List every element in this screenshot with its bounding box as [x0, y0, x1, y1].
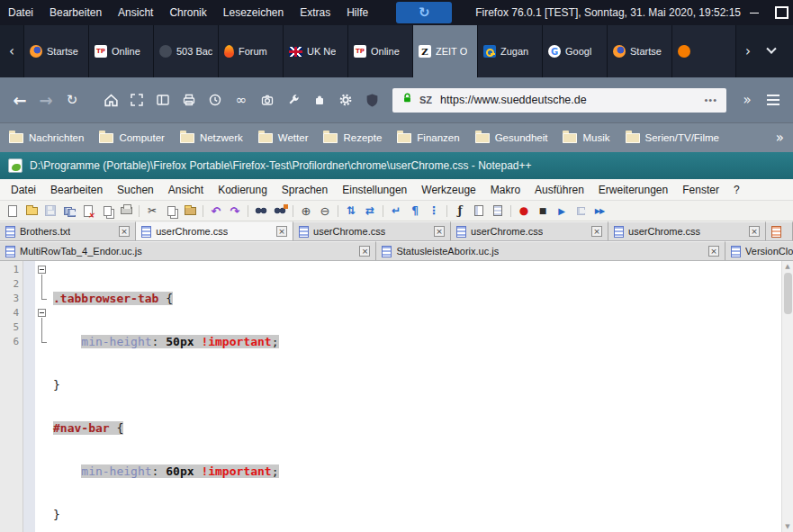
menu-datei[interactable]: Datei — [0, 0, 41, 25]
replace-icon[interactable] — [272, 203, 288, 219]
npp-tab[interactable]: Brothers.txt — [0, 221, 136, 240]
npp-menu-makro[interactable]: Makro — [483, 179, 527, 201]
tab-close-icon[interactable] — [119, 226, 130, 237]
bookmark-folder-item[interactable]: Finanzen — [397, 132, 459, 143]
save-icon[interactable] — [42, 203, 59, 219]
sync-badge[interactable] — [396, 2, 452, 23]
stop-macro-icon[interactable] — [535, 203, 551, 219]
bookmark-folder-item[interactable]: Nachrichten — [9, 132, 84, 143]
tab-list-chevron-icon[interactable] — [760, 25, 783, 77]
tab-close-icon[interactable] — [434, 226, 445, 237]
doc-map-icon[interactable] — [471, 203, 487, 219]
sync-horizontal-icon[interactable] — [362, 203, 378, 219]
tab-scroll-right-icon[interactable]: › — [736, 25, 760, 77]
npp-menu-fenster[interactable]: Fenster — [675, 179, 726, 201]
bookmark-folder-item[interactable]: Wetter — [258, 132, 309, 143]
history-icon[interactable] — [203, 86, 228, 113]
function-list-icon[interactable] — [452, 203, 468, 219]
show-all-chars-icon[interactable] — [407, 203, 423, 219]
npp-menu-bearbeiten[interactable]: Bearbeiten — [43, 179, 110, 201]
npp-menu-sprachen[interactable]: Sprachen — [275, 179, 335, 201]
code-area[interactable]: .tabbrowser-tab { min-height: 50px !impo… — [50, 261, 781, 532]
npp-tab[interactable]: MultiRowTab_4_Endor.uc.js — [0, 241, 376, 260]
npp-menu-hilfe[interactable]: ? — [726, 179, 747, 201]
menu-hilfe[interactable]: Hilfe — [338, 0, 376, 25]
npp-tab[interactable]: userChrome.css — [451, 221, 608, 240]
npp-tab[interactable]: StatusleisteAborix.uc.js — [376, 241, 725, 260]
wrench-icon[interactable] — [281, 86, 306, 113]
scrollbar-up-icon[interactable] — [785, 263, 789, 270]
fold-toggle[interactable] — [35, 263, 50, 277]
editor-scrollbar[interactable] — [781, 261, 793, 532]
doc-list-icon[interactable] — [490, 203, 506, 219]
save-macro-icon[interactable] — [572, 203, 589, 219]
npp-tab[interactable]: userChrome.css — [608, 221, 766, 240]
reload-icon[interactable] — [59, 86, 85, 113]
browser-tab[interactable]: Online — [88, 25, 153, 77]
npp-menu-suchen[interactable]: Suchen — [110, 179, 161, 201]
redo-icon[interactable] — [227, 203, 243, 219]
npp-menu-kodierung[interactable]: Kodierung — [211, 179, 275, 201]
play-macro-icon[interactable] — [554, 203, 570, 219]
back-icon[interactable] — [7, 86, 32, 113]
npp-tab[interactable]: userChrome.css — [293, 221, 451, 240]
undo-icon[interactable] — [208, 203, 224, 219]
paste-icon[interactable] — [182, 203, 198, 219]
zoom-in-icon[interactable] — [298, 203, 314, 219]
menu-bearbeiten[interactable]: Bearbeiten — [41, 0, 110, 25]
tab-scroll-left-icon[interactable]: ‹ — [0, 25, 23, 77]
npp-menu-ausfuehren[interactable]: Ausführen — [527, 179, 591, 201]
urlbar[interactable]: SZ https://www.sueddeutsche.de ••• — [392, 88, 726, 113]
print-icon[interactable] — [176, 86, 202, 113]
browser-tab[interactable]: Startse — [23, 25, 88, 77]
word-wrap-icon[interactable] — [388, 203, 404, 219]
copy-icon[interactable] — [163, 203, 179, 219]
find-icon[interactable] — [253, 203, 269, 219]
browser-tab-active[interactable]: ZEIT O — [412, 25, 477, 77]
bookmark-folder-item[interactable]: Gesundheit — [475, 132, 548, 143]
sync-vertical-icon[interactable] — [343, 203, 359, 219]
bookmark-folder-item[interactable]: Netzwerk — [180, 132, 243, 143]
browser-tab[interactable]: Startse — [607, 25, 671, 77]
tab-close-icon[interactable] — [708, 246, 719, 257]
print-icon[interactable] — [118, 203, 134, 219]
menu-lesezeichen[interactable]: Lesezeichen — [215, 0, 292, 25]
page-actions-icon[interactable]: ••• — [704, 95, 717, 105]
bookmark-margin[interactable] — [23, 261, 35, 532]
screenshot-icon[interactable] — [255, 86, 280, 113]
browser-tab[interactable]: 503 Backer — [153, 25, 218, 77]
fold-toggle[interactable] — [35, 306, 50, 320]
record-macro-icon[interactable] — [516, 203, 532, 219]
home-icon[interactable] — [98, 86, 123, 113]
notepadpp-titlebar[interactable]: D:\Programme (Portable)\Firefox Portable… — [0, 152, 793, 179]
menu-hamburger-icon[interactable] — [761, 86, 786, 113]
npp-tab-partial[interactable] — [766, 221, 793, 240]
minimize-button[interactable] — [741, 0, 768, 25]
menu-extras[interactable]: Extras — [292, 0, 338, 25]
url-text[interactable]: https://www.sueddeutsche.de — [440, 94, 587, 106]
npp-menu-werkzeuge[interactable]: Werkzeuge — [414, 179, 482, 201]
shield-icon[interactable] — [359, 86, 384, 113]
indent-guide-icon[interactable] — [426, 203, 442, 219]
forward-icon[interactable] — [33, 86, 59, 113]
tab-close-icon[interactable] — [591, 226, 602, 237]
zoom-out-icon[interactable] — [317, 203, 333, 219]
menu-chronik[interactable]: Chronik — [161, 0, 214, 25]
extensions-icon[interactable] — [307, 86, 332, 113]
new-file-icon[interactable] — [5, 203, 21, 219]
bookmark-folder-item[interactable]: Rezepte — [323, 132, 382, 143]
save-all-icon[interactable] — [61, 203, 77, 219]
npp-menu-ansicht[interactable]: Ansicht — [161, 179, 211, 201]
close-all-icon[interactable] — [99, 203, 115, 219]
cut-icon[interactable] — [144, 203, 160, 219]
menu-ansicht[interactable]: Ansicht — [110, 0, 161, 25]
fold-collapse-icon[interactable] — [38, 309, 46, 317]
tab-close-icon[interactable] — [359, 246, 370, 257]
tab-close-icon[interactable] — [749, 226, 760, 237]
scrollbar-thumb[interactable] — [784, 273, 792, 314]
fold-collapse-icon[interactable] — [38, 266, 46, 274]
run-macro-multiple-icon[interactable] — [591, 203, 608, 219]
scrollbar-down-icon[interactable] — [785, 523, 789, 530]
browser-tab[interactable]: Forum — [218, 25, 283, 77]
npp-tab-active[interactable]: userChrome.css — [136, 221, 293, 240]
